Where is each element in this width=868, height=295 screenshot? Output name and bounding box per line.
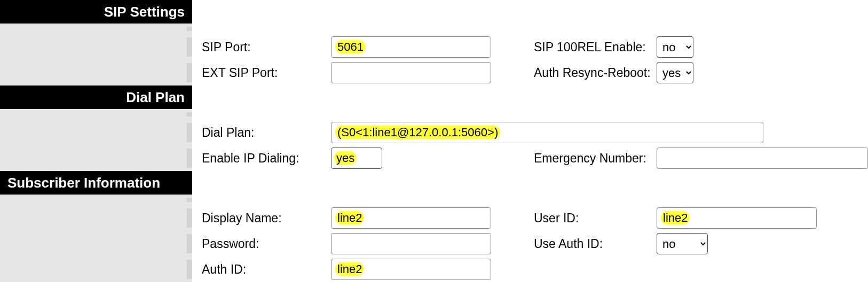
label-use-auth-id: Use Auth ID: bbox=[534, 237, 657, 251]
row-password: Password: Use Auth ID: no yes bbox=[0, 231, 868, 257]
row-sip-port: SIP Port: 5061 SIP 100REL Enable: no yes bbox=[0, 34, 868, 60]
input-display-name[interactable] bbox=[331, 207, 491, 229]
sidebar-cell bbox=[0, 205, 192, 231]
select-use-auth-id[interactable]: no yes bbox=[657, 233, 708, 254]
row-enable-ip-dialing: Enable IP Dialing: yes no yes Emergency … bbox=[0, 145, 868, 171]
section-header-sip-settings: SIP Settings bbox=[0, 0, 192, 24]
sidebar-cell bbox=[0, 145, 192, 171]
input-password[interactable] bbox=[331, 233, 491, 254]
sidebar-spacer bbox=[0, 195, 192, 205]
label-ext-sip-port: EXT SIP Port: bbox=[192, 66, 331, 80]
input-user-id[interactable] bbox=[657, 207, 817, 229]
label-auth-resync: Auth Resync-Reboot: bbox=[534, 66, 657, 80]
input-ext-sip-port[interactable] bbox=[331, 62, 491, 83]
sidebar-cell bbox=[0, 34, 192, 60]
row-display-name: Display Name: line2 User ID: line2 bbox=[0, 205, 868, 231]
sidebar-cell bbox=[0, 60, 192, 86]
sidebar-cell bbox=[0, 231, 192, 257]
label-sip-100rel: SIP 100REL Enable: bbox=[534, 40, 657, 55]
section-header-subscriber-info: Subscriber Information bbox=[0, 171, 192, 195]
sidebar-spacer bbox=[0, 24, 192, 34]
sidebar-cell bbox=[0, 257, 192, 282]
row-ext-sip-port: EXT SIP Port: Auth Resync-Reboot: yes no bbox=[0, 60, 868, 86]
row-dial-plan: Dial Plan: (S0<1:line1@127.0.0.1:5060>) bbox=[0, 120, 868, 145]
input-dial-plan[interactable] bbox=[331, 122, 763, 143]
label-user-id: User ID: bbox=[534, 211, 657, 226]
input-sip-port[interactable] bbox=[331, 36, 491, 58]
select-enable-ip-dialing[interactable]: yes no bbox=[331, 148, 382, 169]
input-auth-id[interactable] bbox=[331, 259, 491, 280]
label-auth-id: Auth ID: bbox=[192, 262, 331, 277]
row-auth-id: Auth ID: line2 bbox=[0, 257, 868, 282]
sidebar-spacer bbox=[0, 109, 192, 120]
settings-form: SIP Settings SIP Port: 5061 SIP 100REL E… bbox=[0, 0, 868, 282]
label-emergency-number: Emergency Number: bbox=[534, 151, 657, 166]
label-dial-plan: Dial Plan: bbox=[192, 126, 331, 140]
select-sip-100rel[interactable]: no yes bbox=[657, 36, 693, 58]
select-auth-resync[interactable]: yes no bbox=[657, 62, 693, 83]
input-emergency-number[interactable] bbox=[657, 148, 868, 169]
label-display-name: Display Name: bbox=[192, 211, 331, 226]
sidebar-cell bbox=[0, 120, 192, 145]
section-header-dial-plan: Dial Plan bbox=[0, 86, 192, 109]
label-sip-port: SIP Port: bbox=[192, 40, 331, 55]
label-enable-ip-dialing: Enable IP Dialing: bbox=[192, 151, 331, 166]
label-password: Password: bbox=[192, 237, 331, 251]
